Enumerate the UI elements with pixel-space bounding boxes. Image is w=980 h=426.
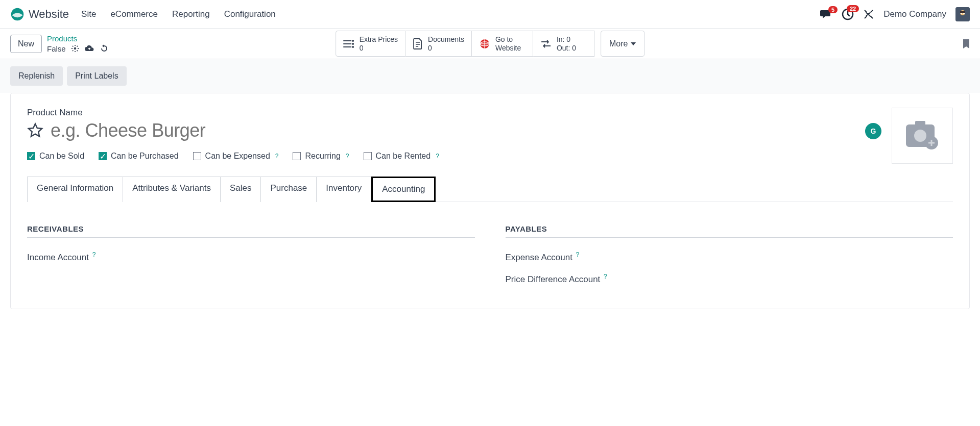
top-navbar: Website Site eCommerce Reporting Configu… [0,0,980,29]
stat-value: Out: 0 [557,44,576,53]
checkbox-can-be-purchased[interactable]: ✓ Can be Purchased [99,152,179,161]
checkbox-icon: ✓ [27,152,35,160]
favorite-star-icon[interactable] [27,122,43,139]
chevron-down-icon [631,42,636,45]
stat-extra-prices[interactable]: Extra Prices 0 [336,31,405,57]
help-icon[interactable]: ? [346,153,349,160]
svg-rect-9 [343,43,351,44]
nav-link-site[interactable]: Site [81,9,96,19]
tab-attributes-variants[interactable]: Attributes & Variants [123,177,221,202]
app-logo-icon [10,7,25,21]
svg-point-11 [352,40,354,42]
checkbox-can-be-expensed[interactable]: Can be Expensed ? [193,152,279,161]
stat-in-out[interactable]: In: 0 Out: 0 [533,31,594,57]
receivables-heading: RECEIVABLES [27,224,475,238]
activities-badge: 22 [847,5,859,12]
svg-point-7 [74,47,76,50]
grammarly-icon[interactable]: G [865,123,881,139]
payables-heading: PAYABLES [506,224,953,238]
nav-menu: Site eCommerce Reporting Configuration [81,9,276,19]
new-button[interactable]: New [10,35,42,53]
messages-badge: 5 [828,6,838,13]
help-icon[interactable]: ? [92,251,96,258]
svg-rect-10 [343,46,351,47]
breadcrumb-current: False [47,44,66,54]
action-strip: Replenish Print Labels [0,59,980,93]
stat-value: 0 [360,44,398,53]
company-switcher[interactable]: Demo Company [883,9,946,19]
stat-buttons: Extra Prices 0 Documents 0 Go to Website… [336,31,645,57]
replenish-button[interactable]: Replenish [10,66,63,86]
tab-inventory[interactable]: Inventory [317,177,371,202]
discard-icon[interactable] [100,44,109,53]
price-difference-account-field[interactable]: Price Difference Account ? [506,273,953,285]
svg-rect-5 [961,13,962,14]
nav-link-reporting[interactable]: Reporting [172,9,210,19]
stat-value: Website [495,44,521,53]
stat-label: Extra Prices [360,35,398,44]
stat-documents[interactable]: Documents 0 [405,31,472,57]
debug-icon[interactable] [863,9,874,20]
control-bar: New Products False Extra Prices 0 [0,29,980,59]
stat-label: Documents [428,35,464,44]
product-image-upload[interactable] [892,108,953,164]
bookmark-icon[interactable] [963,39,970,49]
checkbox-icon [364,152,372,160]
app-name[interactable]: Website [29,8,69,21]
stat-value: 0 [428,44,464,53]
messages-icon[interactable]: 5 [820,9,832,19]
print-labels-button[interactable]: Print Labels [67,66,127,86]
checkbox-icon [193,152,201,160]
form-sheet: Product Name ✓ Can be Sold ✓ Can be Purc… [10,93,970,309]
nav-link-configuration[interactable]: Configuration [224,9,276,19]
product-name-label: Product Name [27,108,865,118]
svg-point-12 [352,43,354,45]
svg-point-13 [352,46,354,48]
checkbox-can-be-rented[interactable]: Can be Rented ? [364,152,439,161]
tab-sales[interactable]: Sales [221,177,261,202]
user-avatar[interactable] [955,7,970,21]
help-icon[interactable]: ? [604,273,607,280]
accounting-tab-panel: RECEIVABLES Income Account ? PAYABLES Ex… [27,202,953,294]
tab-general-information[interactable]: General Information [27,177,123,202]
nav-link-ecommerce[interactable]: eCommerce [110,9,158,19]
stat-label: In: 0 [557,35,576,44]
checkbox-recurring[interactable]: Recurring ? [293,152,349,161]
svg-rect-6 [963,13,965,14]
gear-icon[interactable] [71,44,79,53]
income-account-field[interactable]: Income Account ? [27,251,475,263]
cloud-upload-icon[interactable] [84,45,94,52]
tab-strip: General Information Attributes & Variant… [27,176,953,202]
breadcrumb: Products False [47,34,109,54]
help-icon[interactable]: ? [576,251,580,258]
svg-point-18 [914,130,926,142]
expense-account-field[interactable]: Expense Account ? [506,251,953,263]
help-icon[interactable]: ? [275,153,279,160]
svg-rect-17 [915,121,925,126]
breadcrumb-parent[interactable]: Products [47,34,109,44]
help-icon[interactable]: ? [436,153,439,160]
checkbox-icon [293,152,301,160]
product-name-input[interactable] [51,120,865,141]
stat-label: Go to [495,35,521,44]
tab-purchase[interactable]: Purchase [261,177,317,202]
activities-icon[interactable]: 22 [842,8,854,20]
stat-go-to-website[interactable]: Go to Website [472,31,533,57]
tab-accounting[interactable]: Accounting [371,177,436,202]
checkbox-can-be-sold[interactable]: ✓ Can be Sold [27,152,84,161]
checkbox-icon: ✓ [99,152,107,160]
more-button[interactable]: More [601,31,644,57]
svg-rect-8 [343,40,351,41]
